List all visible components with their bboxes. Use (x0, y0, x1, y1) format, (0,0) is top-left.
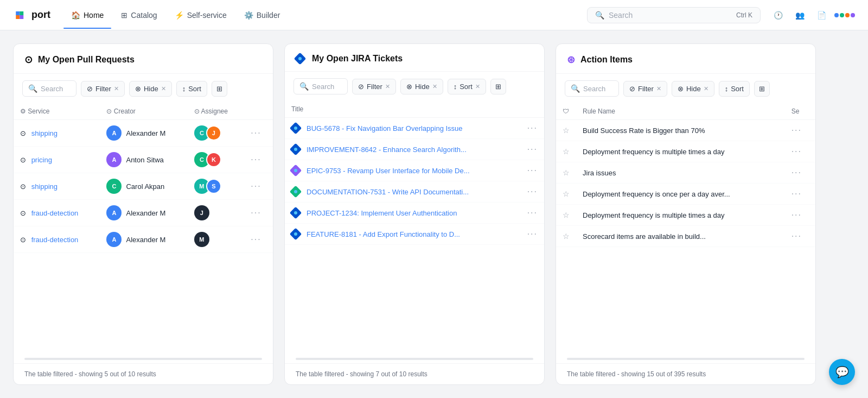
hide-close-icon[interactable]: ✕ (704, 85, 709, 92)
color-dots (834, 13, 855, 17)
row-more-btn[interactable]: ··· (251, 128, 261, 137)
jira-toolbar: 🔍 Search ⊘ Filter ✕ ⊗ Hide ✕ ↕ Sort ✕ ⊞ (285, 72, 544, 101)
service-link[interactable]: pricing (31, 156, 52, 164)
col-service: ⚙ Service (14, 103, 100, 120)
col-rule-name: Rule Name (576, 103, 785, 120)
filter-close-icon[interactable]: ✕ (385, 83, 390, 90)
action-search[interactable]: 🔍 Search (565, 80, 619, 97)
row-more-btn[interactable]: ··· (792, 168, 802, 177)
logo[interactable]: port (13, 8, 50, 23)
rule-cell: Build Success Rate is Bigger than 70% (576, 120, 785, 141)
row-more-btn[interactable]: ··· (792, 210, 802, 219)
row-more-btn[interactable]: ··· (792, 231, 802, 241)
table-row: ☆ Deployment frequency is once per a day… (556, 184, 815, 205)
table-row: PROJECT-1234: Implement User Authenticat… (285, 203, 544, 224)
jira-title-link[interactable]: DOCUMENTATION-7531 - Write API Documenta… (307, 188, 469, 196)
chat-icon: 💬 (835, 365, 849, 378)
global-search[interactable]: 🔍 Search Ctrl K (587, 7, 761, 23)
col-title: Title (285, 101, 521, 118)
pull-requests-search[interactable]: 🔍 Search (22, 80, 76, 97)
row-more-btn[interactable]: ··· (527, 187, 538, 196)
topnav-icons: 🕐 👥 📄 (769, 7, 855, 24)
pull-requests-hide-btn[interactable]: ⊗ Hide ✕ (129, 81, 172, 97)
col-shield: 🛡 (556, 103, 576, 120)
jira-row-icon (290, 228, 302, 241)
pull-requests-columns-btn[interactable]: ⊞ (212, 81, 227, 97)
jira-title-link[interactable]: IMPROVEMENT-8642 - Enhance Search Algori… (307, 146, 467, 154)
jira-title-link[interactable]: BUG-5678 - Fix Navigation Bar Overlappin… (307, 124, 463, 132)
service-cell: ⊙ shipping (14, 173, 100, 200)
service-link[interactable]: fraud-detection (31, 236, 79, 244)
jira-row-icon (290, 143, 302, 156)
assignee-cell: C K (188, 147, 244, 173)
row-more-btn[interactable]: ··· (251, 208, 261, 217)
action-sort-btn[interactable]: ↕ Sort (719, 81, 750, 97)
row-more-btn[interactable]: ··· (527, 144, 538, 154)
service-link[interactable]: shipping (31, 129, 58, 137)
nav-selfservice[interactable]: ⚡ Self-service (167, 7, 234, 24)
jira-columns-btn[interactable]: ⊞ (490, 79, 506, 94)
action-footer: The table filtered - showing 15 out of 3… (556, 363, 815, 384)
table-row: ☆ Deployment frequency is multiple times… (556, 141, 815, 162)
row-more-btn[interactable]: ··· (527, 166, 538, 175)
filter-close-icon[interactable]: ✕ (114, 85, 119, 92)
jira-title-link[interactable]: EPIC-9753 - Revamp User Interface for Mo… (307, 167, 470, 175)
jira-hide-btn[interactable]: ⊗ Hide ✕ (400, 79, 443, 94)
assignee-cell: M S (188, 173, 244, 200)
col-extra (521, 101, 544, 118)
avatar: S (206, 179, 221, 194)
avatar: K (206, 152, 221, 167)
rule-cell: Deployment frequency is multiple times a… (576, 205, 785, 226)
row-more-btn[interactable]: ··· (251, 235, 261, 244)
history-icon-btn[interactable]: 🕐 (769, 7, 787, 24)
users-icon-btn[interactable]: 👥 (791, 7, 808, 24)
action-table: 🛡 Rule Name Se ☆ Build Success Rate is B… (556, 103, 815, 247)
row-more-btn[interactable]: ··· (527, 123, 538, 132)
github-icon: ⊙ (20, 209, 26, 217)
chat-fab-button[interactable]: 💬 (829, 359, 855, 385)
pull-requests-table-container: ⚙ Service ⊙ Creator ⊙ Assignee (14, 103, 273, 358)
jira-filter-btn[interactable]: ⊘ Filter ✕ (352, 79, 396, 94)
action-columns-btn[interactable]: ⊞ (754, 81, 770, 97)
jira-row-icon (290, 165, 302, 177)
row-more-btn[interactable]: ··· (527, 208, 538, 217)
builder-icon: ⚙️ (244, 11, 253, 20)
hide-close-icon[interactable]: ✕ (432, 83, 437, 90)
search-icon: 🔍 (28, 84, 37, 93)
jira-title-cell: BUG-5678 - Fix Navigation Bar Overlappin… (285, 118, 521, 139)
jira-header-icon (294, 53, 307, 65)
service-link[interactable]: shipping (31, 182, 58, 191)
action-toolbar: 🔍 Search ⊘ Filter ✕ ⊗ Hide ✕ ↕ Sort ⊞ (556, 74, 815, 103)
pull-requests-filter-btn[interactable]: ⊘ Filter ✕ (81, 81, 125, 97)
github-icon: ⊙ (20, 156, 26, 164)
docs-icon-btn[interactable]: 📄 (813, 7, 830, 24)
hide-close-icon[interactable]: ✕ (161, 85, 166, 92)
jira-title-cell: PROJECT-1234: Implement User Authenticat… (285, 203, 521, 224)
row-more-btn[interactable]: ··· (792, 125, 802, 135)
action-header-icon: ⊛ (567, 54, 575, 66)
row-more-btn[interactable]: ··· (251, 181, 261, 191)
row-more-btn[interactable]: ··· (527, 229, 538, 238)
github-icon: ⊙ (20, 182, 26, 191)
row-more-btn[interactable]: ··· (251, 155, 261, 164)
service-link[interactable]: fraud-detection (31, 209, 79, 217)
jira-sort-btn[interactable]: ↕ Sort ✕ (448, 79, 486, 94)
row-more-btn[interactable]: ··· (792, 189, 802, 198)
action-filter-btn[interactable]: ⊘ Filter ✕ (623, 81, 667, 97)
nav-home[interactable]: 🏠 Home (63, 7, 111, 24)
pull-requests-sort-btn[interactable]: ↕ Sort (176, 81, 207, 97)
row-more-btn[interactable]: ··· (792, 147, 802, 156)
selfservice-icon: ⚡ (175, 11, 184, 20)
filter-close-icon[interactable]: ✕ (656, 85, 661, 92)
jira-row-icon (290, 207, 302, 219)
jira-title-link[interactable]: FEATURE-8181 - Add Export Functionality … (307, 230, 460, 238)
jira-row-icon (290, 122, 302, 135)
jira-search[interactable]: 🔍 Search (293, 78, 348, 94)
jira-title-link[interactable]: PROJECT-1234: Implement User Authenticat… (307, 209, 457, 217)
hide-icon: ⊗ (678, 85, 684, 93)
nav-builder[interactable]: ⚙️ Builder (237, 7, 288, 24)
action-hide-btn[interactable]: ⊗ Hide ✕ (672, 81, 714, 97)
sort-close-icon[interactable]: ✕ (475, 83, 480, 90)
filter-icon: ⊘ (358, 83, 364, 91)
nav-catalog[interactable]: ⊞ Catalog (113, 7, 164, 24)
